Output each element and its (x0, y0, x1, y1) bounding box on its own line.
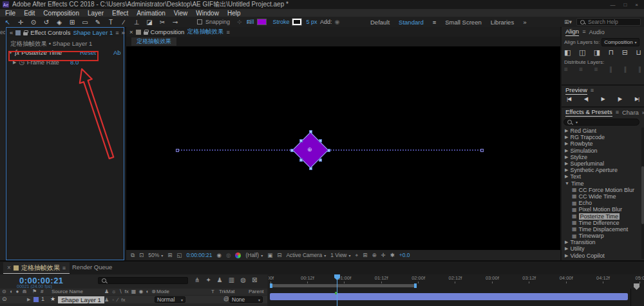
tree-expander-icon[interactable]: ▶ (565, 128, 568, 133)
lock-icon[interactable] (144, 32, 148, 35)
panel-menu-icon[interactable]: ≡ (582, 28, 585, 35)
draft-3d-icon[interactable]: ✦ (205, 276, 211, 283)
brush-tool[interactable]: ∕ (117, 19, 130, 26)
handle-top[interactable] (309, 130, 312, 133)
tree-expander-icon[interactable]: ▦ (572, 213, 577, 219)
hand-tool[interactable]: ✛ (14, 19, 27, 26)
current-time[interactable]: 0:00:00:21 (186, 252, 212, 258)
panel-overflow-icon[interactable]: » (122, 29, 125, 36)
frame-blending-icon[interactable]: ▥ (229, 276, 234, 283)
tab-close-icon[interactable]: × (7, 264, 11, 271)
work-area-bar[interactable] (270, 284, 417, 287)
tree-expander-icon[interactable]: ▶ (565, 161, 568, 166)
workspace-default[interactable]: Default (370, 19, 390, 26)
selection-tool[interactable]: ↖ (1, 19, 14, 26)
transparency-grid-icon[interactable]: ▣ (267, 252, 272, 258)
align-right-icon[interactable]: ◨ (594, 48, 600, 57)
about-link[interactable]: Ab (113, 49, 121, 56)
tree-expander-icon[interactable]: ▶ (565, 141, 568, 146)
comp-marker-bin-icon[interactable] (634, 283, 639, 290)
workspace-menu-icon[interactable]: ≡ (433, 19, 437, 26)
workspace-libraries[interactable]: Libraries (491, 19, 514, 26)
shy-icon[interactable]: ♟ (104, 289, 109, 294)
stroke-label[interactable]: Stroke (273, 19, 290, 25)
3d-layer-icon[interactable]: ⊛ (151, 289, 156, 294)
effects-tree-row[interactable]: ▦ Time Difference (562, 220, 641, 226)
lock-icon[interactable]: ⋒ (22, 289, 26, 294)
menu-item[interactable]: File (5, 10, 15, 17)
effects-tree-row[interactable]: ▶ Rowbyte (562, 140, 641, 147)
tree-expander-icon[interactable]: ▶ (565, 148, 568, 153)
rotation-tool[interactable]: ↺ (40, 19, 53, 26)
source-name-column[interactable]: Source Name (52, 289, 83, 294)
close-button[interactable]: × (635, 2, 638, 8)
mode-column[interactable]: Mode (156, 289, 169, 294)
menu-item[interactable]: Help (227, 10, 241, 17)
handle-bottomright[interactable] (319, 158, 322, 162)
handle-topleft[interactable] (299, 139, 303, 142)
fill-label[interactable]: Fill (247, 19, 254, 25)
puppet-pin-tool[interactable]: ⊸ (169, 19, 182, 26)
play-button[interactable]: ▶ (601, 96, 604, 102)
fill-color-swatch[interactable] (257, 19, 267, 25)
panel-title[interactable]: Composition (151, 28, 185, 35)
tree-expander-icon[interactable]: ▦ (572, 207, 577, 213)
adjustment-layer-icon[interactable]: ◐ (146, 289, 149, 294)
zoom-tool[interactable]: ⊙ (27, 19, 40, 26)
effects-tree-row[interactable]: ▶ Synthetic Aperture (562, 167, 641, 173)
tab-character[interactable]: Chara (622, 109, 639, 116)
roto-brush-tool[interactable]: ✂ (156, 19, 169, 26)
anchor-point-icon[interactable]: ⊕ (307, 146, 312, 153)
fast-previews-icon[interactable]: ⊞ (363, 252, 367, 258)
tab-effects-presets[interactable]: Effects & Presets (565, 108, 612, 117)
panel-menu-icon[interactable]: ≡ (616, 109, 619, 115)
effects-tree-row[interactable]: ▦ Pixel Motion Blur (562, 206, 641, 213)
timeline-tab-active[interactable]: × 定格抽帧效果 ≡ (3, 262, 70, 274)
collapse-icon[interactable]: ☼ (111, 289, 116, 294)
effects-tree-row[interactable]: ▶ Text (562, 173, 641, 180)
tree-expander-icon[interactable]: ▶ (565, 135, 568, 140)
panel-menu-icon[interactable]: ≡ (62, 265, 66, 271)
tree-expander-icon[interactable]: ▶ (565, 174, 568, 179)
menu-item[interactable]: View (174, 10, 188, 17)
stroke-width[interactable]: 5 px (307, 19, 317, 25)
menu-item[interactable]: Edit (24, 10, 35, 17)
first-frame-button[interactable]: |◀ (567, 96, 571, 102)
label-flag-icon[interactable]: ⚑ (32, 289, 37, 294)
shy-layers-icon[interactable]: ♟ (217, 276, 223, 283)
grid-guides-icon[interactable]: ⊞ (167, 252, 172, 258)
effects-tree-row[interactable]: ▦ Posterize Time (562, 213, 641, 219)
effects-tree-row[interactable]: ▦ Time Displacement (562, 226, 641, 233)
effects-search-box[interactable]: ▾ (564, 119, 639, 126)
snapshot-icon[interactable]: ◉ (217, 252, 222, 258)
tree-expander-icon[interactable]: ▦ (572, 200, 577, 206)
maximize-button[interactable]: □ (623, 2, 627, 8)
align-vcenter-icon[interactable]: ⊟ (622, 48, 628, 57)
audio-icon[interactable]: ◖ (10, 289, 13, 294)
camera-tool[interactable]: ◈ (53, 19, 66, 26)
pen-tool[interactable]: ✎ (91, 19, 104, 26)
align-to-dropdown[interactable]: Composition▾ (601, 38, 639, 46)
trkmat-column[interactable]: TrkMat (219, 289, 235, 294)
align-bottom-icon[interactable]: ⊔ (636, 48, 641, 57)
tree-expander-icon[interactable]: ▦ (572, 187, 577, 193)
lock-icon[interactable] (23, 32, 28, 35)
exposure-icon[interactable]: ✱ (390, 252, 395, 258)
zoom-dropdown[interactable]: 50%▾ (148, 252, 163, 258)
align-hcenter-icon[interactable]: ◫ (579, 48, 585, 57)
tree-expander-icon[interactable]: ▼ (565, 181, 569, 186)
next-frame-button[interactable]: |▶ (618, 96, 621, 102)
eye-icon[interactable]: ⊙ (2, 289, 6, 294)
fx-icon[interactable]: fx (125, 289, 129, 294)
magnification-menu-icon[interactable]: ⧉ (131, 252, 135, 259)
path-start-keyframe[interactable] (176, 149, 179, 152)
effects-tree-row[interactable]: ▦ Timewarp (562, 233, 641, 239)
layer-duration-bar[interactable] (270, 293, 628, 300)
layer-name[interactable]: Shape Layer 1 (58, 296, 104, 304)
search-options-caret[interactable]: ▾ (576, 120, 578, 124)
menu-item[interactable]: Window (196, 10, 219, 17)
add-icon[interactable]: ◉ (335, 19, 340, 25)
effects-tree-row[interactable]: ▶ Simulation (562, 148, 641, 154)
workspace-small-screen[interactable]: Small Screen (445, 19, 482, 26)
parent-pickwhip-icon[interactable]: @ (223, 296, 229, 302)
